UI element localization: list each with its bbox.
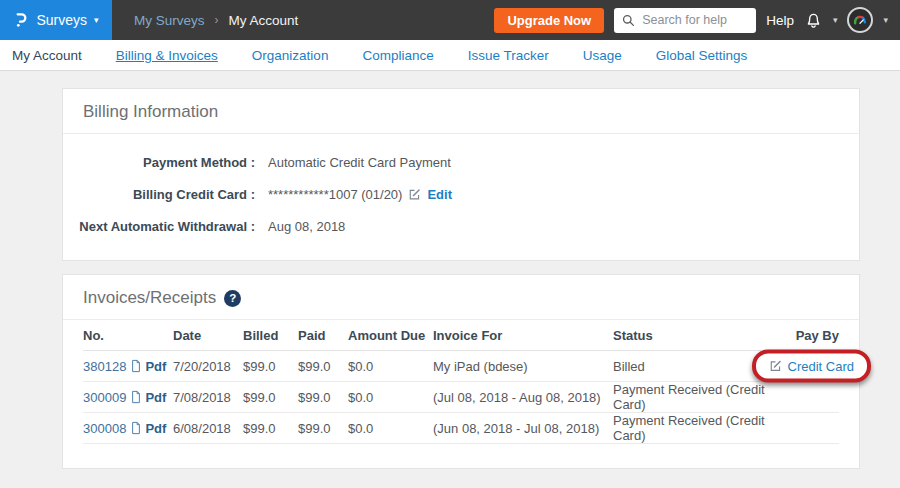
cell-paid: $99.0 [298,421,348,436]
pdf-link[interactable]: Pdf [130,390,166,405]
edit-credit-card-link[interactable]: Edit [427,187,452,202]
invoices-table-header: No. Date Billed Paid Amount Due Invoice … [83,320,839,351]
edit-pencil-icon [769,360,782,373]
tab-usage[interactable]: Usage [583,48,622,63]
cell-amount-due: $0.0 [348,359,433,374]
cell-paid: $99.0 [298,359,348,374]
search-icon [622,14,635,27]
pdf-link[interactable]: Pdf [130,421,166,436]
table-row: 300008 Pdf 6/08/2018 $99.0 $99.0 $0.0 (J… [83,413,839,444]
pdf-file-icon [130,359,142,373]
chevron-down-icon: ▾ [94,16,99,25]
pdf-label: Pdf [145,359,166,374]
table-row: 380128 Pdf 7/20/2018 $99.0 $99.0 $0.0 My… [83,351,839,382]
surveys-menu-label: Surveys [36,12,87,28]
col-date: Date [173,328,243,343]
avatar-chevron-down-icon[interactable]: ▾ [883,16,888,25]
cell-status: Payment Received (Credit Card) [613,382,778,412]
cell-paid: $99.0 [298,390,348,405]
cell-invoice-for: My iPad (bdese) [433,359,613,374]
help-search-box[interactable] [614,8,756,33]
search-input[interactable] [640,12,748,28]
col-billed: Billed [243,328,298,343]
cell-date: 7/20/2018 [173,359,243,374]
cell-invoice-for: (Jun 08, 2018 - Jul 08, 2018) [433,421,613,436]
col-pay-by: Pay By [778,328,839,343]
account-tabs: My Account Billing & Invoices Organizati… [0,40,900,71]
cell-date: 7/08/2018 [173,390,243,405]
col-status: Status [613,328,778,343]
upgrade-now-button[interactable]: Upgrade Now [494,8,604,33]
tab-compliance[interactable]: Compliance [362,48,433,63]
billing-credit-card-row: Billing Credit Card : ************1007 (… [63,178,859,210]
help-question-icon[interactable]: ? [224,290,241,307]
billing-information-body: Payment Method : Automatic Credit Card P… [63,134,859,260]
cell-billed: $99.0 [243,421,298,436]
pdf-label: Pdf [145,390,166,405]
col-invoice-for: Invoice For [433,328,613,343]
invoices-receipts-card: Invoices/Receipts ? No. Date Billed Paid… [62,274,860,469]
cell-amount-due: $0.0 [348,421,433,436]
cell-no: 300009 Pdf [83,390,173,405]
pdf-label: Pdf [145,421,166,436]
tab-organization[interactable]: Organization [252,48,329,63]
invoice-number-link[interactable]: 380128 [83,359,126,374]
questionpro-logo-icon [13,10,29,30]
pdf-file-icon [130,421,142,435]
cell-billed: $99.0 [243,390,298,405]
topbar: Surveys ▾ My Surveys › My Account Upgrad… [0,0,900,40]
page-content: Billing Information Payment Method : Aut… [0,71,900,469]
col-amount-due: Amount Due [348,328,433,343]
pdf-link[interactable]: Pdf [130,359,166,374]
tab-global-settings[interactable]: Global Settings [656,48,748,63]
gauge-icon [852,12,868,28]
col-paid: Paid [298,328,348,343]
invoices-receipts-header: Invoices/Receipts ? [63,275,859,320]
invoices-receipts-title: Invoices/Receipts [83,288,216,308]
breadcrumb-my-account: My Account [229,13,299,28]
billing-information-header: Billing Information [63,89,859,134]
avatar[interactable] [847,7,873,33]
billing-information-card: Billing Information Payment Method : Aut… [62,88,860,261]
topbar-actions: Upgrade Now Help ▾ ▾ [494,7,900,33]
next-withdrawal-row: Next Automatic Withdrawal : Aug 08, 2018 [63,210,859,242]
cell-billed: $99.0 [243,359,298,374]
bell-chevron-down-icon[interactable]: ▾ [833,16,838,25]
cell-no: 380128 Pdf [83,359,173,374]
next-withdrawal-label: Next Automatic Withdrawal : [63,219,255,234]
payment-method-value: Automatic Credit Card Payment [268,155,451,170]
billing-information-title: Billing Information [83,102,218,122]
col-no: No. [83,328,173,343]
billing-credit-card-label: Billing Credit Card : [63,187,255,202]
invoice-number-link[interactable]: 300008 [83,421,126,436]
pay-by-red-highlight: Credit Card [752,350,871,383]
breadcrumb-separator-icon: › [215,13,219,27]
table-row: 300009 Pdf 7/08/2018 $99.0 $99.0 $0.0 (J… [83,382,839,413]
cell-no: 300008 Pdf [83,421,173,436]
cell-date: 6/08/2018 [173,421,243,436]
edit-pencil-icon [408,188,421,201]
surveys-menu-button[interactable]: Surveys ▾ [0,0,112,40]
billing-credit-card-value: ************1007 (01/20) [268,187,402,202]
help-link[interactable]: Help [766,13,794,28]
breadcrumb-my-surveys[interactable]: My Surveys [134,13,205,28]
tab-billing-invoices[interactable]: Billing & Invoices [116,48,218,63]
payment-method-row: Payment Method : Automatic Credit Card P… [63,146,859,178]
pay-by-credit-card-link[interactable]: Credit Card [788,359,854,374]
cell-status: Payment Received (Credit Card) [613,413,778,443]
cell-invoice-for: (Jul 08, 2018 - Aug 08, 2018) [433,390,613,405]
invoice-number-link[interactable]: 300009 [83,390,126,405]
cell-amount-due: $0.0 [348,390,433,405]
pdf-file-icon [130,390,142,404]
tab-issue-tracker[interactable]: Issue Tracker [468,48,549,63]
tab-my-account[interactable]: My Account [12,48,82,63]
invoices-table: No. Date Billed Paid Amount Due Invoice … [63,320,859,468]
notifications-bell-icon[interactable] [804,10,823,30]
next-withdrawal-value: Aug 08, 2018 [268,219,345,234]
breadcrumb: My Surveys › My Account [134,13,298,28]
payment-method-label: Payment Method : [63,155,255,170]
